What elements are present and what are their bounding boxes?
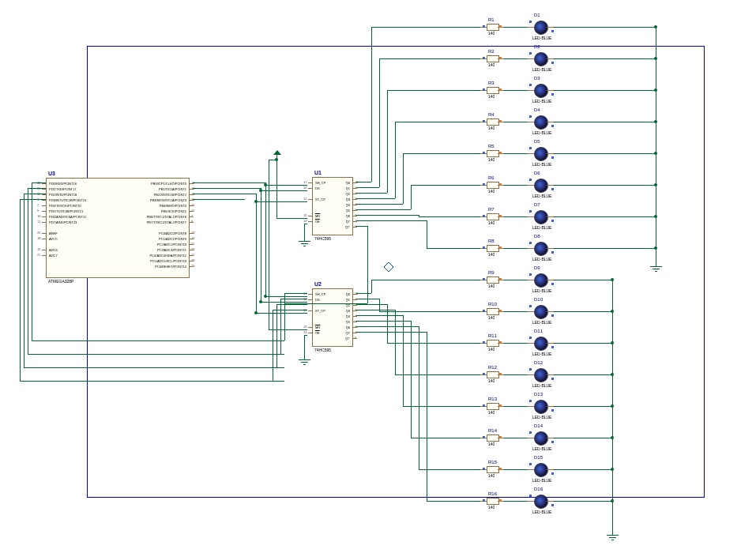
pin-label: PB6/TOSC1/XTAL1/PCINT6 [147,215,186,219]
resistor-r8[interactable]: R8140 [480,245,504,251]
resistor-r14[interactable]: R14140 [480,434,504,441]
pin-stub [189,200,194,201]
pin-num: 9 [37,209,39,213]
pin-stub [42,216,47,217]
pin-stub [352,221,357,222]
pin-stub [352,310,357,311]
resistor-r15[interactable]: R15140 [480,466,504,472]
pin-num: 18 [37,236,40,240]
pin-label: Q4 [346,314,350,318]
pin-label: MR [315,325,320,329]
pin-stub [189,194,194,195]
pin-stub [42,205,47,206]
u3-ref: U3 [48,171,55,176]
pin-stub [42,250,47,250]
pin-label: SH_CP [315,292,325,296]
pin-label: PC3/ADC3/PCINT11 [157,248,186,252]
resistor-r9[interactable]: R9140 [480,276,504,283]
pin-stub [308,216,313,216]
pin-stub [189,266,194,267]
resistor-r13[interactable]: R13140 [480,403,504,409]
pin-num: 11 [303,180,307,184]
pin-stub [189,211,194,212]
pin-label: PC2/ADC2/PCINT10 [157,243,186,246]
u1-ref: U1 [314,170,322,175]
pin-stub [42,194,47,195]
pin-stub [189,233,194,234]
pin-label: PC5/ADC5/SCL/PCINT13 [150,259,186,263]
pin-label: OE [315,220,320,224]
pin-label: PB7/TOSC2/XTAL2/PCINT7 [147,220,186,224]
pin-stub [189,261,194,261]
pin-num: 2 [37,203,39,207]
pin-label: ADC7 [49,254,58,258]
resistor-r3[interactable]: R3140 [480,87,504,93]
pin-stub [308,199,313,200]
pin-label: PD2/INT0/PCINT18 [49,193,77,197]
pin-num: 22 [37,253,40,257]
pin-stub [352,216,357,216]
pin-label: AREF [49,231,58,235]
resistor-r6[interactable]: R6140 [480,182,504,188]
pin-stub [189,222,194,223]
pin-stub [189,216,194,217]
pin-stub [352,333,357,333]
pin-stub [42,222,47,223]
resistor-r7[interactable]: R7140 [480,213,504,220]
resistor-r11[interactable]: R11140 [480,340,504,346]
resistor-r10[interactable]: R10140 [480,308,504,314]
pin-stub [352,205,357,205]
pin-stub [42,200,47,201]
pin-label: Q3 [346,198,350,201]
component-u2[interactable]: U2 74HC595 SH_CP11DS14ST_CP12MR10OE13 Q0… [312,288,353,347]
pin-label: Q1 [346,186,350,190]
pin-label: ADC6 [49,248,58,252]
gnd-u2 [299,356,310,365]
resistor-r1[interactable]: R1140 [480,24,504,30]
pin-num: 20 [37,231,40,235]
pin-label: DS [315,298,320,302]
gnd-leds-bot [607,531,618,540]
pin-stub [189,244,194,245]
pin-stub [189,239,194,239]
pin-label: AVCC [49,237,58,241]
pin-label: PC1/ADC1/PCINT9 [159,237,186,241]
pin-stub [352,227,357,228]
pin-label: ST_CP [315,198,325,201]
component-u3[interactable]: U3 ATMEGA328P PD0/RXD/PCINT1630PD1/TXD/P… [46,178,190,278]
pin-label: PB0/ICP1/CLKO/PCINT0 [151,182,186,186]
pin-stub [352,322,357,322]
pin-label: PD3/INT1/OC2B/PCINT19 [49,198,86,202]
pin-stub [352,199,357,200]
pin-stub [308,310,313,311]
resistor-r16[interactable]: R16140 [480,498,504,504]
resistor-r12[interactable]: R12140 [480,371,504,378]
pin-label: PC4/ADC4/SDA/PCINT12 [150,254,186,258]
pin-label: PB4/MISO/PCINT4 [160,204,186,208]
component-u1[interactable]: U1 74HC595 SH_CP11DS14ST_CP12MR10OE13 Q0… [312,177,353,235]
pin-stub [42,255,47,256]
pin-label: DS [315,186,320,190]
u2-part: 74HC595 [314,348,331,352]
pin-stub [352,188,357,189]
u1-part: 74HC595 [314,236,331,241]
pin-stub [352,299,357,300]
pin-label: PB5/SCK/PCINT5 [161,209,186,213]
pin-num: 14 [303,186,307,190]
pin-label: PC6/RESET/PCINT14 [155,265,186,269]
pin-label: Q7' [345,225,350,229]
pin-stub [352,182,357,183]
pin-label: Q7' [345,337,350,340]
u2-ref: U2 [314,281,322,287]
resistor-r2[interactable]: R2140 [480,55,504,62]
resistor-r5[interactable]: R5140 [480,150,504,156]
gnd-u1 [299,237,310,246]
pin-stub [352,294,357,295]
resistor-r4[interactable]: R4140 [480,118,504,125]
schematic-canvas[interactable]: U3 ATMEGA328P PD0/RXD/PCINT1630PD1/TXD/P… [0,0,756,553]
pin-label: MR [315,214,320,218]
pin-stub [42,233,47,234]
pin-num: 12 [303,197,307,201]
pin-num: 19 [37,247,40,251]
pin-label: Q3 [346,309,350,313]
